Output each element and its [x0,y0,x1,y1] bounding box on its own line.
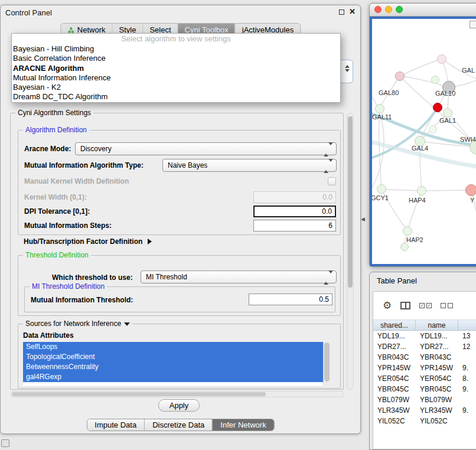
table-row[interactable]: YBL079WYBL079W [373,394,476,405]
node-label: HAP4 [409,197,426,204]
node-label: GAL11 [372,113,392,120]
checkbox-glyph [419,303,425,308]
table-cell: 12 [458,341,476,352]
expand-arrow-icon [148,239,152,244]
attribute-item-selfloops[interactable]: SelfLoops [23,342,323,352]
algorithm-option-bayesian-k2[interactable]: Bayesian - K2 [12,83,340,92]
bottom-tab-discretize-data[interactable]: Discretize Data [144,419,212,431]
unselect-all-icon[interactable] [441,303,453,308]
table-cell: YBR043C [373,352,416,363]
mi-threshold-input[interactable] [249,294,332,305]
select-all-icon[interactable] [419,303,432,308]
hub-definition-toggle[interactable]: Hub/Transcription Factor Definition [24,237,152,246]
table-cell: YDR27... [373,341,416,352]
gear-icon[interactable]: ⚙ [383,301,392,311]
mi-threshold-label: Mutual Information Threshold: [31,296,133,304]
table-row[interactable]: YBR043CYBR043C [373,352,476,363]
network-canvas[interactable]: GAL80GAL10GAL11GAL1SWI4GAL4GCY1HAP4YHAP2… [372,19,476,264]
zoom-button[interactable] [396,6,403,13]
close-icon[interactable]: ✕ [349,9,356,15]
panel-divider-arrow[interactable]: ◀ [361,216,365,222]
table-panel-window: Table Panel ⚙ shared...name YDL19...YDL1… [369,272,476,450]
network-node[interactable] [431,76,439,84]
network-node-gal1[interactable] [443,108,452,118]
bottom-tab-infer-network[interactable]: Infer Network [212,419,273,431]
combo-stepper-icon [324,145,333,154]
algorithm-option-mutual-information-inference[interactable]: Mutual Information Inference [12,73,340,83]
network-node-gal80[interactable] [395,71,405,81]
network-node-y[interactable] [465,184,476,196]
table-row[interactable]: YIL052CYIL052C [373,416,476,426]
scrollbar-thumb[interactable] [12,392,266,396]
dpi-tolerance-input[interactable] [253,206,336,217]
algorithm-option-basic-correlation-inference[interactable]: Basic Correlation Inference [12,54,340,63]
sources-group: Sources for Network Inference Data Attri… [18,324,341,389]
aracne-mode-select[interactable]: Discovery [75,142,337,155]
bottom-tab-impute-data[interactable]: Impute Data [87,419,144,431]
collapsed-panel-icon[interactable] [1,439,9,447]
table-row[interactable]: YER054CYER054C8. [373,373,476,384]
table-cell [458,352,476,363]
network-node-gcy1[interactable] [377,184,386,194]
close-button[interactable] [374,6,382,13]
network-node[interactable] [429,125,437,133]
scrollbar-thumb[interactable] [348,116,353,288]
table-row[interactable]: YPR145WYPR145W9. [373,363,476,373]
mi-steps-input[interactable] [253,220,336,231]
network-node-hap2[interactable] [403,226,412,236]
column-header-name[interactable]: name [416,320,458,330]
table-row[interactable]: YBR045CYBR045C9. [373,384,476,394]
mi-threshold-definition-group: MI Threshold Definition Mutual Informati… [24,286,335,312]
canvas-scroll-corner[interactable] [470,21,476,28]
manual-kernel-checkbox[interactable] [328,177,336,185]
control-panel-window: Control Panel ✕ NetworkStyleSelectCyni T… [0,5,361,434]
data-attributes-list: SelfLoopsTopologicalCoefficientBetweenne… [23,342,323,386]
minimize-button[interactable] [385,6,392,13]
bottom-tab-bar: Impute DataDiscretize DataInfer Network [86,419,274,431]
table-row[interactable]: YLR345WYLR345W9. [373,405,476,416]
table-cell: YPR145W [416,363,458,373]
hub-definition-label: Hub/Transcription Factor Definition [24,237,142,246]
node-label: GAL10 [435,90,455,97]
which-threshold-select[interactable]: MI Threshold [141,270,337,283]
table-cell: YBR045C [373,384,416,394]
threshold-definition-group: Threshold Definition Which threshold to … [18,255,341,316]
node-label: SWI4 [460,136,476,143]
column-header-shared[interactable]: shared... [373,320,416,330]
settings-horizontal-scrollbar[interactable] [10,391,344,397]
table-row[interactable]: YDR27...YDR27...12 [373,341,476,352]
kernel-width-input[interactable] [253,191,336,203]
network-node[interactable] [433,103,442,112]
mi-algorithm-type-select[interactable]: Naive Bayes [162,159,337,172]
node-label: GAL1 [439,117,456,124]
columns-icon[interactable] [400,302,410,309]
table-cell: 8. [458,373,476,384]
apply-button[interactable]: Apply [158,399,200,412]
column-header-2[interactable] [458,320,476,330]
sources-title[interactable]: Sources for Network Inference [23,319,132,328]
attribute-item-gal4rgexp[interactable]: gal4RGexp [23,372,323,382]
float-window-icon[interactable] [339,9,344,15]
attribute-item-topologicalcoefficient[interactable]: TopologicalCoefficient [23,352,323,362]
network-node-gal11[interactable] [375,104,384,113]
network-window-titlebar[interactable] [370,4,476,17]
attribute-item-betweennesscentrality[interactable]: BetweennessCentrality [23,362,323,372]
obscured-combobox-edge [340,60,353,83]
algorithm-option-dream8-dc-tdc-algorithm[interactable]: Dream8 DC_TDC Algorithm [12,92,340,102]
algorithm-popup-list: Bayesian - Hill ClimbingBasic Correlatio… [12,44,340,102]
table-cell: YDL19... [416,331,458,341]
table-panel-body: ⚙ shared...name YDL19...YDL19...13YDR27.… [373,291,476,449]
settings-vertical-scrollbar[interactable] [347,113,354,390]
algorithm-option-aracne-algorithm[interactable]: ARACNE Algorithm [12,64,340,73]
network-node-hap4[interactable] [417,186,426,195]
list-scrollbar[interactable] [323,342,330,386]
table-cell: 9. [458,384,476,394]
network-node[interactable] [400,243,409,251]
network-selected-frame: GAL80GAL10GAL11GAL1SWI4GAL4GCY1HAP4YHAP2… [370,17,476,266]
network-node[interactable] [437,54,446,64]
manual-kernel-label: Manual Kernel Width Definition [24,177,129,185]
which-threshold-label: Which threshold to use: [52,273,133,282]
table-row[interactable]: YDL19...YDL19...13 [373,331,476,341]
cyni-algorithm-settings-group: Cyni Algorithm Settings Algorithm Defini… [10,113,344,390]
algorithm-option-bayesian-hill-climbing[interactable]: Bayesian - Hill Climbing [12,44,340,54]
